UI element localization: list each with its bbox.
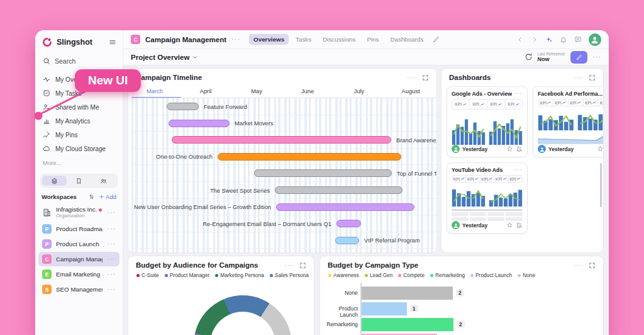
dashboards-scrollbar[interactable] bbox=[600, 163, 602, 207]
gantt-bar[interactable] bbox=[167, 103, 199, 110]
kpi-tile: KPI bbox=[504, 99, 522, 109]
gantt-bar[interactable] bbox=[169, 120, 230, 127]
owner-avatar bbox=[538, 145, 546, 153]
workspace-item-seo-management[interactable]: S SEO Management ··· bbox=[38, 282, 119, 297]
person-icon bbox=[590, 35, 599, 45]
slingshot-logo-icon bbox=[42, 37, 53, 48]
legend-dot bbox=[470, 274, 474, 277]
tab-tasks[interactable]: Tasks bbox=[291, 34, 316, 45]
notifications-off-icon[interactable] bbox=[516, 145, 523, 152]
gantt-bar[interactable] bbox=[254, 169, 392, 177]
tab-overviews[interactable]: Overviews bbox=[249, 34, 289, 45]
gantt-bar[interactable] bbox=[275, 186, 402, 194]
notifications-off-icon[interactable] bbox=[516, 222, 523, 229]
kpi-label: KPI bbox=[455, 102, 462, 106]
mini-bar-chart bbox=[452, 185, 486, 207]
card-footer: Yesterday bbox=[452, 221, 523, 229]
gantt-bar[interactable] bbox=[218, 153, 401, 161]
workspace-badge: C bbox=[42, 254, 52, 264]
tab-discussions[interactable]: Discussions bbox=[318, 34, 360, 45]
workspace-item-product-launch[interactable]: P Product Launch ··· bbox=[38, 237, 119, 251]
workspace-badge: P bbox=[42, 239, 52, 249]
workspace-menu-button[interactable]: ··· bbox=[107, 256, 116, 263]
tab-dashboards[interactable]: Dashboards bbox=[386, 34, 428, 45]
spark-icon bbox=[516, 103, 519, 106]
tab-pins[interactable]: Pins bbox=[362, 34, 383, 45]
building-icon bbox=[42, 208, 52, 217]
more-link[interactable]: More... bbox=[35, 156, 123, 169]
gantt-bar[interactable] bbox=[172, 136, 391, 144]
ai-sparkle-icon[interactable] bbox=[545, 36, 553, 43]
gantt-bar[interactable] bbox=[276, 203, 414, 211]
legend-dot bbox=[270, 274, 273, 277]
sidebar-item-my-pins[interactable]: My Pins bbox=[35, 128, 123, 142]
view-menu-button[interactable]: ··· bbox=[592, 54, 601, 60]
favorite-star-icon[interactable] bbox=[597, 145, 604, 152]
gantt-bar[interactable] bbox=[336, 220, 361, 227]
workspace-item-product-roadmap[interactable]: P Product Roadmap ··· bbox=[38, 222, 119, 236]
budget-bar-none[interactable] bbox=[362, 287, 453, 300]
budget-type-menu-button[interactable]: ··· bbox=[574, 262, 582, 269]
chat-icon[interactable] bbox=[574, 36, 582, 43]
forward-icon[interactable] bbox=[531, 36, 538, 43]
favorite-star-icon[interactable] bbox=[506, 222, 513, 229]
workspace-menu-button[interactable]: ··· bbox=[107, 225, 116, 232]
notifications-bell-icon[interactable] bbox=[560, 36, 567, 43]
workspace-menu-button[interactable]: ··· bbox=[107, 271, 116, 278]
dashboard-card-youtube-video-ads[interactable]: YouTube Video Ads ··· KPI KPI KPI KPI KP… bbox=[447, 162, 528, 234]
view-selector[interactable]: Project Overview bbox=[131, 54, 198, 61]
mini-bar-chart bbox=[538, 109, 574, 130]
sidebar-item-shared-with-me[interactable]: Shared with Me bbox=[35, 100, 123, 114]
subbar-actions: Last Refreshed: Now ··· bbox=[525, 51, 601, 64]
kpi-tile: KPI bbox=[469, 99, 487, 109]
month-label: August bbox=[402, 88, 420, 94]
dashboards-header: Dashboards ··· bbox=[441, 69, 603, 84]
workspace-menu-button[interactable]: ··· bbox=[107, 209, 116, 216]
add-workspace-button[interactable]: Add bbox=[99, 193, 116, 200]
budget-bar-product-launch[interactable] bbox=[362, 302, 407, 315]
workspace-item-infragistics-inc-[interactable]: Infragistics Inc.Organization ··· bbox=[38, 203, 119, 221]
expand-icon[interactable] bbox=[299, 262, 306, 269]
icon-tab-people[interactable] bbox=[91, 176, 116, 186]
project-menu-button[interactable]: ··· bbox=[231, 36, 240, 43]
legend-dot bbox=[430, 274, 433, 277]
kpi-label: KPI bbox=[508, 102, 515, 106]
budget-type-panel: Budget by Campaign Type ··· Awareness Le… bbox=[319, 256, 604, 335]
dashboards-menu-button[interactable]: ··· bbox=[574, 74, 582, 81]
search-input[interactable]: Search bbox=[35, 53, 123, 69]
workspace-item-email-marketing[interactable]: E Email Marketing ··· bbox=[38, 267, 119, 281]
workspace-item-campaign-management[interactable]: C Campaign Management ··· bbox=[38, 252, 119, 266]
dashboard-card-google-ads-overview[interactable]: Google Ads - Overview ··· KPI KPI KPI KP… bbox=[447, 86, 528, 157]
expand-icon[interactable] bbox=[589, 262, 596, 269]
expand-icon[interactable] bbox=[422, 74, 429, 81]
icon-tab-layers[interactable] bbox=[42, 176, 67, 186]
card-header: Facebook Ad Performa... ··· bbox=[538, 91, 604, 97]
menu-icon[interactable] bbox=[109, 38, 116, 46]
expand-icon[interactable] bbox=[589, 74, 596, 81]
workspace-menu-button[interactable]: ··· bbox=[107, 241, 116, 247]
kpi-label: KPI bbox=[600, 101, 604, 105]
budget-bar-remarketing[interactable] bbox=[362, 318, 453, 331]
sort-icon[interactable] bbox=[88, 193, 95, 200]
workspace-menu-button[interactable]: ··· bbox=[107, 286, 116, 293]
sidebar-item-my-analytics[interactable]: My Analytics bbox=[35, 114, 123, 128]
user-avatar[interactable] bbox=[589, 33, 601, 46]
back-icon[interactable] bbox=[516, 36, 524, 43]
dashboard-card-facebook-ad-performa-[interactable]: Facebook Ad Performa... ··· KPI KPI KPI … bbox=[533, 86, 604, 157]
legend-item: Lead Gen bbox=[365, 272, 392, 278]
budget-audience-menu-button[interactable]: ··· bbox=[284, 262, 293, 269]
favorite-star-icon[interactable] bbox=[506, 145, 513, 152]
edit-view-button[interactable] bbox=[570, 51, 587, 64]
icon-tab-bookmark[interactable] bbox=[67, 176, 91, 186]
card-menu-button[interactable]: ··· bbox=[514, 167, 523, 173]
search-placeholder: Search bbox=[55, 57, 75, 65]
mini-table-cell bbox=[506, 212, 523, 216]
sidebar-item-my-cloud-storage[interactable]: My Cloud Storage bbox=[35, 142, 123, 156]
edit-tabs-icon[interactable] bbox=[433, 36, 440, 43]
refresh-icon[interactable] bbox=[525, 53, 533, 61]
timeline-menu-button[interactable]: ··· bbox=[407, 74, 416, 81]
legend-dot bbox=[518, 274, 521, 277]
audience-donut-chart[interactable] bbox=[194, 295, 292, 335]
card-menu-button[interactable]: ··· bbox=[514, 91, 523, 97]
gantt-bar[interactable] bbox=[335, 237, 359, 244]
